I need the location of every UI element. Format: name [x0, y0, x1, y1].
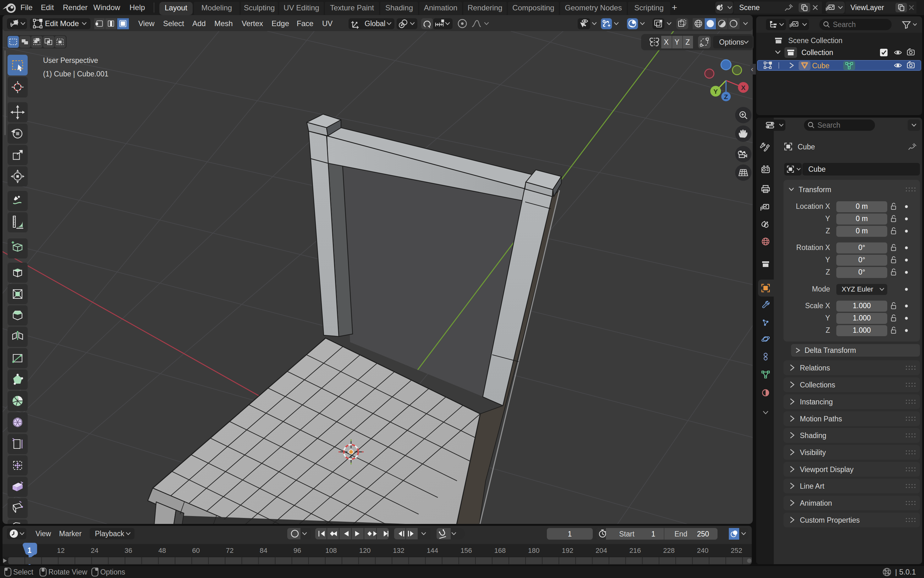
svg-text:Custom Properties: Custom Properties: [800, 516, 859, 524]
svg-text:Layout: Layout: [165, 3, 187, 12]
svg-text:Rotation X: Rotation X: [796, 244, 830, 252]
svg-text:Cube: Cube: [798, 143, 815, 151]
svg-text:Animation: Animation: [424, 3, 458, 12]
svg-text:X: X: [741, 84, 746, 91]
svg-text:User Perspective: User Perspective: [43, 56, 98, 65]
svg-text:Sculpting: Sculpting: [244, 3, 275, 12]
svg-text:Global: Global: [364, 19, 385, 28]
svg-text:108: 108: [325, 547, 337, 554]
svg-text:(1) Cube | Cube.001: (1) Cube | Cube.001: [43, 70, 108, 78]
svg-text:Rendering: Rendering: [468, 3, 503, 12]
svg-text:Select: Select: [13, 568, 34, 576]
svg-text:XYZ Euler: XYZ Euler: [841, 285, 873, 293]
svg-text:Options: Options: [100, 568, 125, 576]
svg-text:Line Art: Line Art: [800, 482, 825, 490]
svg-text:Render: Render: [63, 3, 88, 11]
svg-text:216: 216: [629, 547, 641, 554]
svg-text:132: 132: [393, 547, 405, 554]
svg-text:Delta Transform: Delta Transform: [804, 346, 856, 354]
svg-text:Y: Y: [825, 256, 830, 264]
svg-text:Scene: Scene: [739, 3, 760, 11]
svg-text:Z: Z: [686, 38, 690, 46]
svg-text:12: 12: [57, 547, 65, 554]
svg-text:120: 120: [359, 547, 371, 554]
svg-text:Add: Add: [193, 19, 206, 28]
svg-text:Z: Z: [724, 93, 728, 100]
svg-text:204: 204: [596, 547, 607, 554]
svg-text:Relations: Relations: [800, 364, 830, 372]
svg-text:+: +: [672, 2, 677, 13]
svg-text:Collections: Collections: [800, 381, 835, 389]
svg-text:Mesh: Mesh: [214, 19, 233, 28]
svg-text:Instancing: Instancing: [800, 398, 833, 406]
svg-text:Z: Z: [825, 326, 830, 334]
svg-text:Edit Mode: Edit Mode: [45, 19, 79, 28]
svg-text:X: X: [664, 38, 668, 46]
svg-text:Search: Search: [817, 121, 840, 129]
svg-text:UV Editing: UV Editing: [283, 3, 319, 12]
svg-text:Cube: Cube: [808, 165, 825, 173]
svg-text:Texture Paint: Texture Paint: [330, 3, 374, 12]
svg-text:Edit: Edit: [41, 3, 54, 11]
svg-text:Edge: Edge: [272, 19, 289, 28]
svg-text:Animation: Animation: [800, 499, 832, 507]
svg-text:Y: Y: [675, 38, 679, 46]
svg-text:0 m: 0 m: [856, 202, 868, 210]
svg-text:| 5.0.1: | 5.0.1: [895, 568, 916, 576]
svg-text:Playback: Playback: [95, 529, 125, 538]
svg-text:Viewport Display: Viewport Display: [800, 465, 854, 474]
svg-text:Marker: Marker: [59, 529, 82, 538]
svg-text:Scene Collection: Scene Collection: [788, 36, 843, 45]
svg-text:24: 24: [91, 547, 99, 554]
svg-text:250: 250: [697, 530, 709, 538]
svg-text:Scale X: Scale X: [805, 302, 830, 310]
svg-text:96: 96: [293, 547, 301, 554]
svg-text:1: 1: [28, 546, 32, 554]
svg-text:Vertex: Vertex: [242, 19, 263, 28]
svg-text:‹: ‹: [751, 65, 753, 73]
svg-text:1.000: 1.000: [853, 326, 871, 334]
svg-text:UV: UV: [322, 19, 333, 28]
svg-text:Location X: Location X: [796, 202, 830, 210]
svg-text:0°: 0°: [858, 268, 865, 276]
svg-text:252: 252: [731, 547, 742, 554]
svg-text:156: 156: [460, 547, 472, 554]
svg-text:60: 60: [192, 547, 199, 554]
svg-text:Visibility: Visibility: [800, 448, 826, 456]
svg-text:144: 144: [427, 547, 439, 554]
svg-text:View: View: [36, 529, 51, 538]
svg-text:1.000: 1.000: [853, 314, 871, 322]
svg-text:Rotate View: Rotate View: [49, 568, 87, 576]
svg-text:48: 48: [159, 547, 166, 554]
svg-text:0 m: 0 m: [856, 227, 868, 235]
svg-text:0°: 0°: [858, 256, 865, 264]
svg-text:168: 168: [494, 547, 506, 554]
svg-text:0°: 0°: [858, 244, 865, 252]
svg-text:Z: Z: [825, 268, 830, 276]
svg-text:1.000: 1.000: [853, 302, 871, 310]
svg-text:240: 240: [697, 547, 709, 554]
svg-text:Start: Start: [619, 530, 634, 538]
svg-text:File: File: [20, 3, 33, 11]
svg-text:ViewLayer: ViewLayer: [850, 3, 884, 11]
svg-text:End: End: [675, 530, 687, 538]
svg-text:Transform: Transform: [799, 185, 831, 194]
svg-text:Geometry Nodes: Geometry Nodes: [565, 3, 621, 12]
svg-text:Help: Help: [129, 3, 145, 11]
svg-text:Scripting: Scripting: [634, 3, 663, 12]
svg-text:View: View: [138, 19, 155, 28]
svg-text:Collection: Collection: [801, 49, 833, 57]
svg-text:Compositing: Compositing: [512, 3, 554, 12]
svg-text:228: 228: [663, 547, 675, 554]
svg-text:Window: Window: [93, 3, 120, 11]
svg-text:1: 1: [568, 530, 572, 538]
svg-text:Modeling: Modeling: [201, 3, 232, 12]
svg-text:Z: Z: [825, 227, 830, 235]
svg-text:Options: Options: [719, 38, 744, 46]
svg-text:84: 84: [260, 547, 267, 554]
svg-text:Y: Y: [714, 88, 718, 95]
svg-text:180: 180: [528, 547, 540, 554]
svg-text:Face: Face: [297, 19, 313, 28]
svg-text:Motion Paths: Motion Paths: [800, 415, 842, 423]
svg-text:Search: Search: [833, 20, 856, 29]
